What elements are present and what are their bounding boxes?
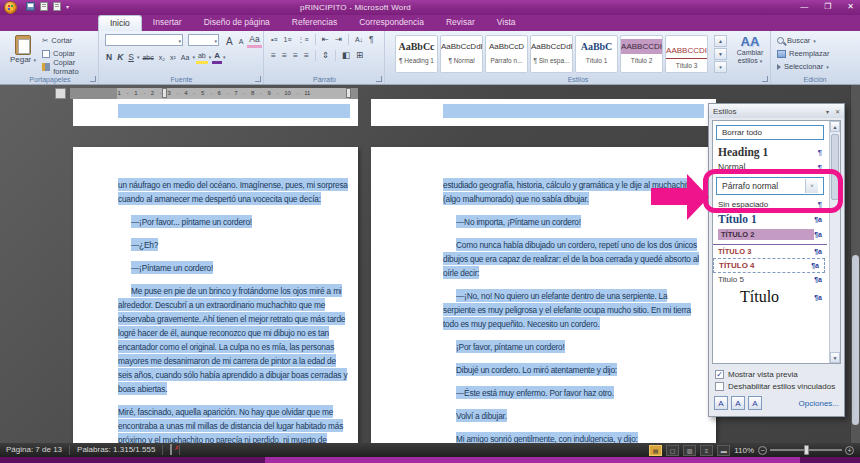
paragraph[interactable]: Me puse en pie de un brinco y frotándome… (118, 283, 350, 395)
document-vertical-scrollbar[interactable] (850, 85, 860, 443)
paragraph[interactable]: —¡Píntame un cordero! (118, 260, 350, 274)
align-right-button[interactable]: ≡ (291, 50, 300, 61)
styles-list-scrollbar[interactable]: ▲ ▼ (829, 121, 840, 363)
style-item-titulo-3[interactable]: TÍTULO 3 ¶a (713, 244, 827, 258)
style-gallery-titulo1[interactable]: AaBbC Título 1 (575, 35, 618, 73)
paragraph[interactable]: un náufrago en medio del océano. Imagíne… (118, 177, 350, 205)
tab-correspondencia[interactable]: Correspondencia (348, 15, 435, 31)
pane-close-icon[interactable]: ✕ (835, 108, 840, 115)
dialog-launcher-icon[interactable] (762, 76, 768, 82)
dialog-launcher-icon[interactable] (255, 76, 261, 82)
qat-more-icon[interactable]: ▾ (66, 3, 69, 10)
style-gallery-parrafo-normal[interactable]: AaBbCcD Párrafo n... (485, 35, 528, 73)
strikethrough-button[interactable]: abc (140, 52, 155, 63)
zoom-handle[interactable] (804, 445, 809, 455)
close-button[interactable]: ✕ (847, 2, 854, 11)
show-marks-button[interactable]: ¶ (367, 34, 376, 45)
office-button-icon[interactable] (4, 1, 17, 14)
disable-linked-styles-checkbox[interactable]: Deshabilitar estilos vinculados (715, 380, 835, 392)
change-case-dropdown-icon[interactable]: ▾ (192, 54, 195, 60)
replace-button[interactable]: Reemplazar (777, 48, 829, 59)
style-item-titulo-2[interactable]: TÍTULO 2 ¶a (713, 227, 827, 242)
find-button[interactable]: Buscar ▾ (777, 35, 829, 46)
page-indicator[interactable]: Página: 7 de 13 (4, 445, 70, 455)
style-item-heading-1[interactable]: Heading 1 ¶ (713, 144, 827, 160)
manage-styles-button[interactable]: A (748, 396, 762, 410)
zoom-slider[interactable]: − + (758, 446, 854, 455)
shrink-font-button[interactable]: A (237, 36, 246, 47)
sort-button[interactable]: A↓ (353, 34, 365, 45)
paragraph[interactable]: Dibujé un cordero. Lo miró atentamente y… (443, 362, 701, 376)
shading-button[interactable]: ◧ (340, 50, 352, 61)
select-button[interactable]: Seleccionar ▾ (777, 61, 829, 72)
style-inspector-button[interactable]: A (731, 396, 745, 410)
font-color-dropdown-icon[interactable]: ▾ (223, 54, 226, 60)
font-name-combo[interactable]: ▾ (105, 34, 183, 46)
tab-selector-button[interactable] (55, 88, 66, 99)
pane-menu-icon[interactable]: ▾ (826, 108, 829, 115)
gallery-scroll-up-icon[interactable]: ▲ (714, 35, 727, 47)
print-preview-icon[interactable] (40, 2, 48, 11)
style-item-titulo-4[interactable]: TÍTULO 4 ¶a (713, 258, 825, 273)
options-link[interactable]: Opciones... (799, 399, 839, 408)
save-icon[interactable] (26, 2, 35, 11)
font-size-combo[interactable]: ▾ (188, 34, 219, 46)
paragraph[interactable]: ¡Por favor, píntame un cordero! (443, 339, 701, 353)
zoom-in-icon[interactable]: + (845, 446, 854, 455)
increase-indent-button[interactable]: ⇥ (333, 34, 344, 45)
page-left-text[interactable]: un náufrago en medio del océano. Imagíne… (118, 177, 350, 455)
outline-view-button[interactable]: ≡ (700, 445, 713, 456)
paragraph[interactable]: —¡No, no! No quiero un elefante dentro d… (443, 288, 701, 330)
page-right-text[interactable]: estudiado geografía, historia, cálculo y… (443, 177, 701, 454)
dialog-launcher-icon[interactable] (90, 76, 96, 82)
print-layout-view-button[interactable]: ▤ (649, 445, 662, 456)
highlight-dropdown-icon[interactable]: ▾ (209, 54, 212, 60)
word-count[interactable]: Palabras: 1.315/1.555 (70, 445, 163, 455)
checkbox-checked-icon[interactable]: ✓ (715, 370, 724, 379)
tab-referencias[interactable]: Referencias (281, 15, 348, 31)
subscript-button[interactable]: x₂ (157, 52, 167, 63)
grow-font-button[interactable]: A (224, 36, 235, 47)
format-painter-button[interactable]: Copiar formato (42, 61, 98, 72)
font-color-button[interactable]: A (212, 50, 222, 64)
multilevel-list-button[interactable]: ⋮≡ (296, 34, 311, 45)
print-icon[interactable] (53, 2, 61, 11)
align-left-button[interactable]: ≡ (269, 50, 278, 61)
zoom-out-icon[interactable]: − (758, 446, 767, 455)
borders-button[interactable]: ⊞ (354, 50, 365, 61)
scroll-up-icon[interactable]: ▲ (830, 121, 840, 132)
paragraph[interactable]: —¡Por favor... píntame un cordero! (118, 214, 350, 228)
clear-formatting-button[interactable]: Aa (247, 34, 261, 48)
bold-button[interactable]: N (104, 52, 114, 63)
style-item-titulo[interactable]: Título ¶a (713, 286, 827, 308)
paragraph[interactable]: Volví a dibujar. (443, 408, 701, 422)
tab-revisar[interactable]: Revisar (435, 15, 486, 31)
cut-button[interactable]: ✂ Cortar (42, 35, 98, 46)
checkbox-unchecked-icon[interactable] (715, 382, 724, 391)
zoom-track[interactable] (770, 449, 842, 451)
gallery-scroll-down-icon[interactable]: ▼ (714, 48, 727, 60)
maximize-button[interactable]: ❐ (824, 2, 831, 11)
tab-insertar[interactable]: Insertar (142, 15, 193, 31)
new-style-button[interactable]: A (714, 396, 728, 410)
gallery-more-icon[interactable]: ▾ (714, 61, 727, 73)
style-item-titulo-5[interactable]: Titulo 5 ¶a (713, 273, 827, 286)
indent-marker[interactable] (162, 88, 167, 98)
tab-vista[interactable]: Vista (486, 15, 527, 31)
page-left[interactable]: un náufrago en medio del océano. Imagíne… (73, 147, 358, 443)
bullets-button[interactable]: •≡ (269, 34, 280, 45)
right-indent-marker[interactable] (346, 88, 351, 98)
change-case-button[interactable]: Aa (179, 52, 192, 63)
fullscreen-view-button[interactable]: ▢ (666, 445, 679, 456)
paragraph[interactable]: Miré, fascinado, aquella aparición. No h… (118, 404, 350, 446)
paste-dropdown-icon[interactable]: ▾ (34, 57, 37, 63)
underline-button[interactable]: S (126, 52, 136, 63)
align-center-button[interactable]: ≡ (280, 50, 289, 61)
line-spacing-button[interactable]: ⇕ (320, 50, 331, 61)
zoom-level[interactable]: 110% (734, 446, 754, 455)
tab-diseno-de-pagina[interactable]: Diseño de página (193, 15, 281, 31)
draft-view-button[interactable]: ▬ (717, 445, 730, 456)
style-gallery-sin-espaciado[interactable]: AaBbCcDdI ¶ Sin espa... (530, 35, 573, 73)
horizontal-ruler[interactable]: 1 · 1 · 2 · 3 · 4 · 5 · 6 · 7 · 8 · 9 · … (70, 88, 358, 99)
scroll-down-icon[interactable]: ▼ (830, 352, 840, 363)
